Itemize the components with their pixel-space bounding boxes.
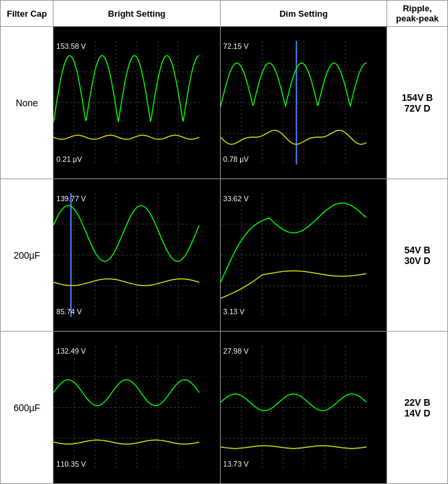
dim-bot-label-2: 13.73 V (223, 460, 249, 468)
dim-scope-wrapper-2: 27.98 V 13.73 V (221, 346, 366, 469)
header-dim-setting: Dim Setting (220, 1, 386, 27)
header-bright-setting: Bright Setting (53, 1, 220, 27)
bright-top-label-0: 153.58 V (56, 42, 86, 50)
filter-cap-0: None (1, 27, 53, 179)
bright-top-label-2: 132.49 V (56, 347, 86, 355)
bright-scope-wrapper-2: 132.49 V 110.35 V (53, 346, 199, 469)
dim-bot-label-1: 3.13 V (223, 308, 245, 316)
dim-scope-2: 27.98 V 13.73 V (220, 332, 386, 484)
filter-cap-2: 600µF (1, 332, 53, 484)
bright-bot-label-2: 110.35 V (56, 460, 86, 468)
ripple-2: 22V B 14V D (387, 332, 448, 484)
dim-scope-wrapper-0: 72.15 V 0.78 µV (221, 41, 366, 164)
bright-scope-0: 153.58 V 0.21 µV (53, 27, 220, 179)
ripple-0: 154V B 72V D (387, 27, 448, 179)
dim-top-label-2: 27.98 V (223, 347, 249, 355)
dim-scope-wrapper-1: 33.62 V 3.13 V (221, 193, 366, 317)
dim-scope-0: 72.15 V 0.78 µV (220, 27, 386, 179)
bright-scope-wrapper-0: 153.58 V 0.21 µV (53, 41, 199, 164)
ripple-1: 54V B 30V D (387, 179, 448, 332)
bright-top-label-1: 139.77 V (56, 195, 86, 203)
dim-scope-1: 33.62 V 3.13 V (220, 179, 386, 332)
bright-scope-wrapper-1: 139.77 V 85.74 V (53, 193, 199, 317)
header-ripple: Ripple, peak-peak (387, 1, 448, 27)
bright-scope-2: 132.49 V 110.35 V (53, 332, 220, 484)
filter-cap-1: 200µF (1, 179, 53, 332)
bright-bot-label-1: 85.74 V (56, 308, 82, 316)
bright-bot-label-0: 0.21 µV (56, 155, 82, 163)
header-filter-cap: Filter Cap (1, 1, 53, 27)
bright-scope-1: 139.77 V 85.74 V (53, 179, 220, 332)
dim-top-label-1: 33.62 V (223, 195, 249, 203)
dim-bot-label-0: 0.78 µV (223, 155, 249, 163)
dim-top-label-0: 72.15 V (223, 42, 249, 50)
